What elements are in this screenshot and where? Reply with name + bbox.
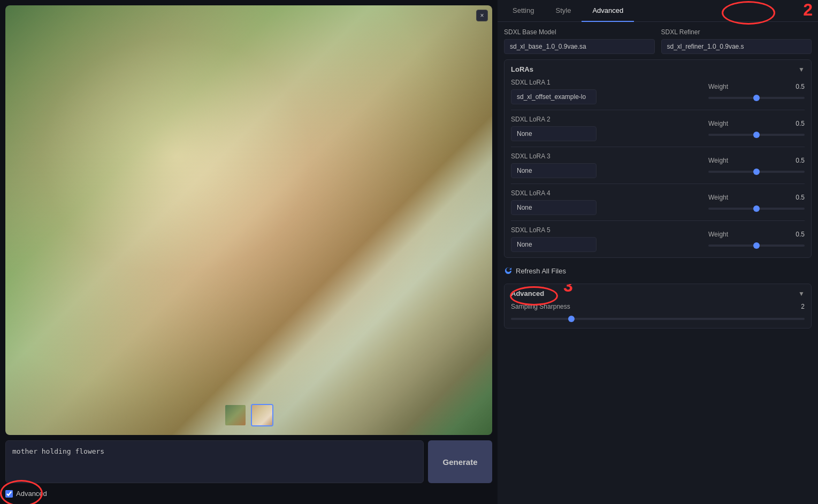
lora-1-slider[interactable] (708, 97, 805, 99)
close-button[interactable]: × (476, 10, 488, 21)
prompt-area: mother holding flowers Generate (5, 440, 492, 483)
lora-5-name: SDXL LoRA 5 (511, 226, 703, 234)
sdxl-base-select[interactable]: sd_xl_base_1.0_0.9vae.sa (504, 39, 655, 54)
lora-item-5: SDXL LoRA 5 None Weight 0.5 (511, 226, 805, 252)
lora-2-weight-row: Weight 0.5 (708, 120, 805, 127)
annotation-2-label: 2 (803, 0, 813, 20)
advanced-checkbox-row: Advanced 1 (5, 488, 492, 499)
sampling-sharpness-value: 2 (801, 303, 805, 310)
advanced-bottom-content: Sampling Sharpness 2 (504, 303, 811, 328)
tab-advanced[interactable]: Advanced (582, 0, 634, 22)
tabs-row: Setting Style Advanced 2 (498, 0, 818, 22)
lora-2-weight-value: 0.5 (796, 120, 805, 127)
loras-chevron[interactable]: ▼ (798, 66, 805, 73)
lora-2-name: SDXL LoRA 2 (511, 116, 703, 123)
tab-setting[interactable]: Setting (502, 0, 545, 22)
lora-1-weight-label: Weight (708, 83, 728, 90)
model-row: SDXL Base Model sd_xl_base_1.0_0.9vae.sa… (504, 28, 812, 54)
lora-item-1: SDXL LoRA 1 sd_xl_offset_example-lo Weig… (511, 79, 805, 110)
thumb-img-2 (252, 405, 272, 425)
lora-2-select[interactable]: None (511, 126, 597, 141)
lora-item-2: SDXL LoRA 2 None Weight 0.5 (511, 116, 805, 147)
advanced-bottom-section: Advanced ▼ Sampling Sharpness 2 3 (504, 284, 812, 329)
lora-3-weight-value: 0.5 (796, 157, 805, 164)
lora-4-left: SDXL LoRA 4 None (511, 189, 703, 215)
lora-4-select[interactable]: None (511, 200, 597, 215)
lora-5-weight-label: Weight (708, 231, 728, 238)
lora-1-select[interactable]: sd_xl_offset_example-lo (511, 89, 597, 104)
lora-2-slider-container (708, 129, 805, 138)
lora-4-slider-container (708, 203, 805, 211)
left-panel: × mother holding flowers Generate Advanc… (0, 0, 498, 504)
sampling-sharpness-label: Sampling Sharpness (511, 303, 797, 310)
generate-button[interactable]: Generate (428, 440, 492, 483)
lora-5-right: Weight 0.5 (708, 231, 805, 248)
lora-5-select[interactable]: None (511, 237, 597, 252)
lora-4-weight-label: Weight (708, 194, 728, 201)
lora-2-slider[interactable] (708, 134, 805, 136)
lora-5-left: SDXL LoRA 5 None (511, 226, 703, 252)
lora-3-weight-row: Weight 0.5 (708, 157, 805, 164)
lora-3-weight-label: Weight (708, 157, 728, 164)
sampling-sharpness-slider[interactable] (511, 318, 805, 320)
loras-header: LoRAs ▼ (511, 65, 805, 73)
sdxl-base-label: SDXL Base Model (504, 28, 655, 36)
sdxl-refiner-label: SDXL Refiner (661, 28, 812, 36)
lora-1-name: SDXL LoRA 1 (511, 79, 703, 86)
lora-5-weight-row: Weight 0.5 (708, 231, 805, 238)
lora-3-right: Weight 0.5 (708, 157, 805, 174)
lora-5-weight-value: 0.5 (796, 231, 805, 238)
main-image (5, 5, 492, 435)
lora-5-slider[interactable] (708, 245, 805, 247)
lora-item-3: SDXL LoRA 3 None Weight 0.5 (511, 152, 805, 184)
advanced-bottom-title: Advanced (511, 289, 544, 297)
advanced-label[interactable]: Advanced (16, 490, 47, 498)
lora-3-name: SDXL LoRA 3 (511, 152, 703, 160)
lora-1-left: SDXL LoRA 1 sd_xl_offset_example-lo (511, 79, 703, 104)
lora-3-slider-container (708, 166, 805, 174)
lora-3-select[interactable]: None (511, 163, 597, 178)
lora-4-slider[interactable] (708, 208, 805, 210)
thumbnail-2[interactable] (251, 404, 273, 426)
lora-1-weight-row: Weight 0.5 (708, 83, 805, 90)
sdxl-refiner-col: SDXL Refiner sd_xl_refiner_1.0_0.9vae.s (661, 28, 812, 54)
thumbnail-1[interactable] (224, 404, 247, 426)
panel-content: SDXL Base Model sd_xl_base_1.0_0.9vae.sa… (498, 22, 818, 504)
thumb-img-1 (225, 405, 246, 425)
refresh-label[interactable]: Refresh All Files (516, 267, 566, 275)
advanced-bottom-header[interactable]: Advanced ▼ (504, 284, 811, 303)
annotation-circle-2 (722, 1, 775, 25)
tab-style[interactable]: Style (545, 0, 582, 22)
thumbnails-row (224, 404, 273, 426)
loras-title: LoRAs (511, 65, 533, 73)
advanced-bottom-chevron[interactable]: ▼ (798, 290, 805, 297)
refresh-icon (504, 266, 513, 275)
lora-1-slider-container (708, 93, 805, 101)
lora-item-4: SDXL LoRA 4 None Weight 0.5 (511, 189, 805, 221)
lora-4-weight-row: Weight 0.5 (708, 194, 805, 201)
lora-1-weight-value: 0.5 (796, 83, 805, 90)
sdxl-refiner-select[interactable]: sd_xl_refiner_1.0_0.9vae.s (661, 39, 812, 54)
lora-4-name: SDXL LoRA 4 (511, 189, 703, 197)
loras-section: LoRAs ▼ SDXL LoRA 1 sd_xl_offset_example… (504, 59, 812, 258)
lora-5-slider-container (708, 240, 805, 248)
image-container: × (5, 5, 492, 435)
lora-2-right: Weight 0.5 (708, 120, 805, 138)
lora-1-right: Weight 0.5 (708, 83, 805, 101)
refresh-row: Refresh All Files (504, 263, 812, 278)
lora-2-weight-label: Weight (708, 120, 728, 127)
lora-4-right: Weight 0.5 (708, 194, 805, 211)
lora-3-slider[interactable] (708, 171, 805, 173)
sampling-row: Sampling Sharpness 2 (511, 303, 805, 310)
right-panel: Setting Style Advanced 2 SDXL Base Model… (498, 0, 818, 504)
advanced-checkbox[interactable] (5, 490, 13, 498)
prompt-input[interactable]: mother holding flowers (5, 440, 424, 483)
lora-2-left: SDXL LoRA 2 None (511, 116, 703, 141)
lora-3-left: SDXL LoRA 3 None (511, 152, 703, 178)
sdxl-base-col: SDXL Base Model sd_xl_base_1.0_0.9vae.sa (504, 28, 655, 54)
lora-4-weight-value: 0.5 (796, 194, 805, 201)
